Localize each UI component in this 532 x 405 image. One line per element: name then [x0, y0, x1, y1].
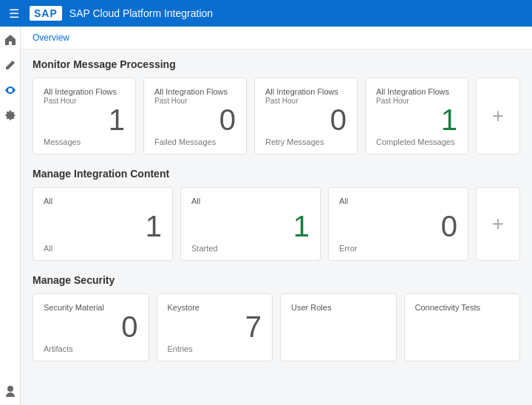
main-content: Overview Monitor Message Processing All …: [21, 27, 532, 405]
tile-started-bottom: Started: [191, 244, 310, 253]
tile-messages-bottom: Messages: [44, 137, 125, 146]
app-title: SAP Cloud Platform Integration: [69, 7, 213, 19]
edit-icon[interactable]: [3, 58, 18, 72]
section-title-monitor: Monitor Message Processing: [33, 58, 520, 70]
tile-connectivity-tests[interactable]: Connectivity Tests: [404, 293, 521, 361]
eye-icon[interactable]: [3, 83, 18, 98]
section-monitor-message-processing: Monitor Message Processing All Integrati…: [21, 50, 532, 159]
tile-started-number: 1: [191, 211, 310, 241]
tile-failed-bottom: Failed Messages: [154, 137, 236, 146]
tile-keystore-number: 7: [168, 312, 262, 341]
section-manage-security: Manage Security Security Material 0 Arti…: [21, 265, 532, 366]
tile-user-roles[interactable]: User Roles: [280, 293, 397, 361]
section-title-integration: Manage Integration Content: [33, 168, 520, 180]
section-manage-integration: Manage Integration Content All 1 All All…: [21, 159, 532, 265]
add-monitor-tile-button[interactable]: +: [476, 78, 520, 154]
sidebar: [0, 27, 21, 405]
section-title-security: Manage Security: [33, 274, 520, 286]
tile-all-top: All: [44, 197, 162, 205]
user-icon[interactable]: [3, 384, 18, 399]
tile-messages-top: All Integration Flows: [44, 87, 125, 96]
tile-all-all[interactable]: All 1 All: [33, 187, 173, 261]
tile-failed-top: All Integration Flows: [154, 87, 236, 96]
tile-all-number: 1: [44, 211, 162, 241]
tile-connectivity-top: Connectivity Tests: [415, 303, 510, 312]
tile-error[interactable]: All 0 Error: [328, 187, 468, 261]
app-layout: Overview Monitor Message Processing All …: [0, 27, 532, 405]
tile-user-roles-top: User Roles: [291, 303, 386, 312]
home-icon[interactable]: [3, 33, 18, 47]
tile-retry-top: All Integration Flows: [265, 87, 347, 96]
hamburger-icon[interactable]: ☰: [9, 7, 19, 21]
tile-started-top: All: [191, 197, 310, 205]
tile-error-bottom: Error: [339, 244, 457, 253]
tile-messages-number: 1: [44, 105, 125, 135]
tile-messages[interactable]: All Integration Flows Past Hour 1 Messag…: [33, 78, 136, 154]
tile-error-number: 0: [339, 211, 457, 241]
tile-security-material-number: 0: [44, 312, 138, 341]
breadcrumb: Overview: [21, 27, 532, 50]
tile-keystore-bottom: Entries: [168, 344, 262, 353]
tile-retry-messages[interactable]: All Integration Flows Past Hour 0 Retry …: [254, 78, 358, 154]
gear-icon[interactable]: [3, 108, 18, 123]
tile-completed-bottom: Completed Messages: [376, 137, 457, 146]
tile-retry-number: 0: [265, 105, 347, 135]
tile-security-material[interactable]: Security Material 0 Artifacts: [33, 293, 149, 361]
tile-error-top: All: [339, 197, 457, 205]
tiles-row-integration: All 1 All All 1 Started All 0 Error: [33, 187, 520, 261]
tile-all-bottom: All: [44, 244, 162, 253]
tile-completed-number: 1: [376, 105, 457, 135]
tile-keystore[interactable]: Keystore 7 Entries: [157, 293, 273, 361]
tiles-row-monitor: All Integration Flows Past Hour 1 Messag…: [33, 78, 520, 154]
tile-started[interactable]: All 1 Started: [180, 187, 321, 261]
tile-retry-bottom: Retry Messages: [265, 137, 347, 146]
tile-completed-messages[interactable]: All Integration Flows Past Hour 1 Comple…: [365, 78, 468, 154]
sap-logo: SAP: [30, 6, 62, 21]
add-integration-tile-button[interactable]: +: [476, 187, 520, 261]
tiles-row-security: Security Material 0 Artifacts Keystore 7…: [33, 293, 520, 361]
tile-failed-messages[interactable]: All Integration Flows Past Hour 0 Failed…: [143, 78, 247, 154]
tile-security-material-bottom: Artifacts: [44, 344, 138, 353]
topbar: ☰ SAP SAP Cloud Platform Integration: [0, 0, 532, 27]
tile-completed-top: All Integration Flows: [376, 87, 457, 96]
tile-failed-number: 0: [154, 105, 236, 135]
